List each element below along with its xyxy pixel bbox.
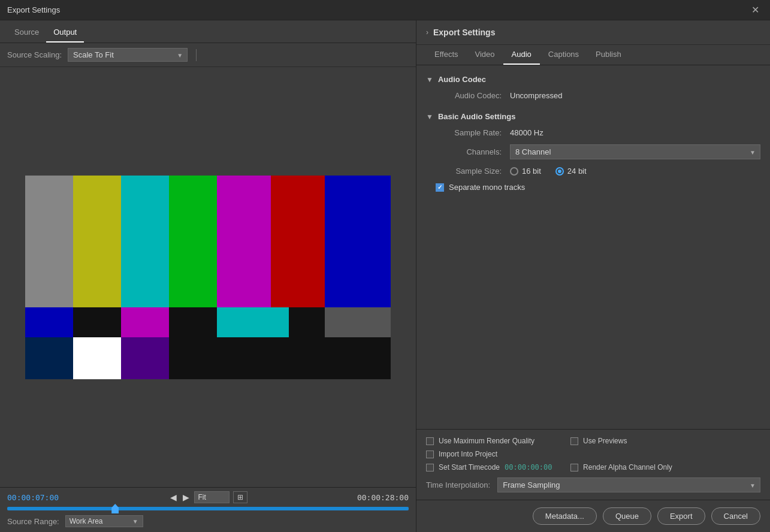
time-interpolation-select[interactable]: Frame Sampling Frame Blending Optical Fl… — [497, 477, 760, 492]
svg-rect-17 — [121, 337, 169, 379]
audio-codec-label: Audio Codec: — [436, 91, 502, 100]
svg-rect-3 — [169, 176, 217, 307]
render-quality-row: Use Maximum Render Quality Use Previews — [426, 437, 760, 445]
timeline-track[interactable] — [7, 507, 409, 510]
basic-audio-header[interactable]: ▼ Basic Audio Settings — [426, 112, 760, 121]
svg-rect-10 — [169, 307, 217, 337]
timecode-row: 00:00:07:00 ◀ ▶ Fit 25% 50% 75% 100% — [0, 488, 416, 507]
channels-select[interactable]: Mono Stereo 5.1 8 Channel — [510, 144, 760, 159]
tab-captions[interactable]: Captions — [540, 45, 587, 65]
metadata-button[interactable]: Metadata... — [533, 507, 597, 525]
tab-source[interactable]: Source — [7, 25, 46, 43]
color-bars-image — [25, 176, 391, 379]
source-range-select[interactable]: Work Area Entire Sequence Custom Range I… — [65, 515, 143, 527]
set-start-timecode-checkbox[interactable] — [426, 464, 434, 471]
cancel-button[interactable]: Cancel — [711, 507, 760, 525]
sample-rate-value: 48000 Hz — [510, 128, 543, 137]
basic-audio-title: Basic Audio Settings — [438, 112, 516, 121]
svg-rect-20 — [271, 337, 325, 379]
render-alpha-checkbox[interactable] — [570, 464, 578, 471]
separate-mono-row: ✓ Separate mono tracks — [426, 183, 760, 192]
render-alpha-col: Render Alpha Channel Only — [570, 463, 672, 471]
fit-select[interactable]: Fit 25% 50% 75% 100% — [194, 491, 230, 503]
svg-rect-14 — [325, 307, 391, 337]
right-panel: › Export Settings Effects Video Audio Ca… — [416, 20, 770, 532]
audio-codec-section: ▼ Audio Codec Audio Codec: Uncompressed — [426, 75, 760, 100]
channels-row: Channels: Mono Stereo 5.1 8 Channel ▼ — [426, 144, 760, 159]
sample-size-row: Sample Size: 16 bit 24 bit — [426, 167, 760, 176]
tab-video[interactable]: Video — [467, 45, 503, 65]
separate-mono-checkbox[interactable]: ✓ — [436, 183, 444, 192]
sample-rate-row: Sample Rate: 48000 Hz — [426, 128, 760, 137]
svg-rect-4 — [217, 176, 271, 307]
audio-codec-header[interactable]: ▼ Audio Codec — [426, 75, 760, 84]
queue-button[interactable]: Queue — [603, 507, 651, 525]
play-back-button[interactable]: ◀ — [169, 492, 178, 502]
svg-rect-0 — [25, 176, 73, 307]
set-start-timecode-col: Set Start Timecode — [426, 463, 552, 471]
time-interpolation-row: Time Interpolation: Frame Sampling Frame… — [426, 477, 760, 492]
svg-rect-9 — [121, 307, 169, 337]
audio-codec-title: Audio Codec — [438, 75, 486, 84]
use-previews-checkbox[interactable] — [570, 437, 578, 445]
svg-rect-15 — [25, 337, 73, 379]
import-into-project-label: Import Into Project — [439, 450, 497, 458]
use-previews-col: Use Previews — [570, 437, 627, 445]
set-start-timecode-label: Set Start Timecode — [439, 463, 500, 471]
export-button[interactable]: Export — [657, 507, 705, 525]
sample-size-24-label: 24 bit — [567, 167, 587, 176]
svg-rect-13 — [253, 307, 289, 337]
tab-effects[interactable]: Effects — [426, 45, 467, 65]
svg-rect-6 — [325, 176, 391, 307]
divider — [196, 49, 197, 61]
export-settings-section-title: Export Settings — [433, 28, 495, 37]
preview-area — [0, 67, 416, 487]
separate-mono-label: Separate mono tracks — [449, 183, 525, 192]
sample-size-16-label: 16 bit — [522, 167, 541, 176]
channels-label: Channels: — [436, 147, 502, 156]
sample-size-16-radio[interactable] — [510, 167, 518, 176]
bottom-checkboxes: Use Maximum Render Quality Use Previews … — [426, 437, 760, 471]
play-forward-button[interactable]: ▶ — [182, 492, 191, 502]
title-bar: Export Settings ✕ — [0, 0, 770, 20]
tab-publish[interactable]: Publish — [587, 45, 630, 65]
timeline-row — [0, 507, 416, 513]
svg-rect-5 — [271, 176, 325, 307]
basic-audio-section: ▼ Basic Audio Settings Sample Rate: 4800… — [426, 112, 760, 192]
export-settings-header[interactable]: › Export Settings — [416, 20, 770, 45]
import-into-project-checkbox[interactable] — [426, 451, 434, 458]
left-panel: Source Output Source Scaling: Scale To F… — [0, 20, 416, 532]
svg-rect-16 — [73, 337, 121, 379]
start-timecode-input[interactable] — [505, 463, 552, 471]
separate-mono-checkmark-icon: ✓ — [437, 184, 442, 191]
svg-rect-19 — [217, 337, 271, 379]
source-range-row: Source Range: Work Area Entire Sequence … — [0, 513, 416, 532]
timecode-current: 00:00:07:00 — [7, 493, 59, 502]
audio-codec-value: Uncompressed — [510, 91, 562, 100]
close-button[interactable]: ✕ — [748, 4, 763, 16]
settings-content: ▼ Audio Codec Audio Codec: Uncompressed … — [416, 65, 770, 429]
use-max-render-checkbox[interactable] — [426, 437, 434, 445]
fit-select-wrapper: Fit 25% 50% 75% 100% — [194, 491, 230, 503]
source-scaling-row: Source Scaling: Scale To Fit Scale To Fi… — [0, 43, 416, 67]
sample-size-24-radio[interactable] — [555, 167, 564, 176]
dialog-title: Export Settings — [7, 5, 60, 14]
source-scaling-select[interactable]: Scale To Fit Scale To Fill Stretch To Fi… — [68, 48, 188, 62]
time-interpolation-label: Time Interpolation: — [426, 480, 490, 489]
tab-audio[interactable]: Audio — [503, 45, 540, 65]
left-tabs: Source Output — [0, 20, 416, 43]
sample-size-16-option[interactable]: 16 bit — [510, 167, 541, 176]
source-range-select-wrapper: Work Area Entire Sequence Custom Range I… — [65, 515, 143, 527]
playback-controls: ◀ ▶ Fit 25% 50% 75% 100% ⊞ — [169, 491, 247, 503]
bottom-options: Use Maximum Render Quality Use Previews … — [416, 429, 770, 500]
source-scaling-label: Source Scaling: — [7, 50, 62, 59]
timecode-row-bottom: Set Start Timecode Render Alpha Channel … — [426, 463, 760, 471]
sample-size-24-dot — [558, 170, 561, 173]
tab-output[interactable]: Output — [46, 25, 84, 43]
render-alpha-label: Render Alpha Channel Only — [583, 463, 672, 471]
sample-size-radio-group: 16 bit 24 bit — [510, 167, 587, 176]
svg-rect-18 — [169, 337, 217, 379]
fullscreen-button[interactable]: ⊞ — [233, 491, 247, 503]
sample-size-24-option[interactable]: 24 bit — [555, 167, 587, 176]
svg-rect-2 — [121, 176, 169, 307]
